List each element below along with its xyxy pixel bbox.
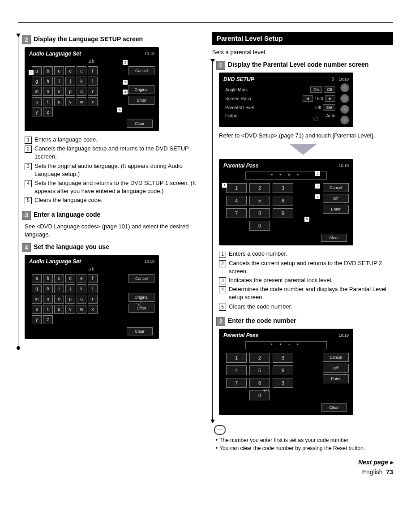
key-l[interactable]: l	[88, 77, 98, 86]
key-f[interactable]: f	[88, 66, 98, 75]
key-q[interactable]: q	[77, 87, 86, 96]
key-k-2[interactable]: k	[77, 284, 86, 293]
screen1-enter-button[interactable]: Enter	[128, 96, 154, 105]
key-p-2[interactable]: p	[65, 295, 75, 304]
key-d-2[interactable]: d	[65, 274, 75, 283]
screen2-original-button[interactable]: Original	[128, 293, 154, 302]
key-i-2[interactable]: i	[54, 284, 64, 293]
key-z-2[interactable]: z	[43, 315, 53, 324]
side-icon-3[interactable]	[340, 105, 349, 114]
screen2-cancel-button[interactable]: Cancel	[128, 274, 154, 283]
key-g[interactable]: g	[32, 77, 42, 86]
key-c-2[interactable]: c	[54, 274, 64, 283]
key-l-2[interactable]: l	[88, 284, 98, 293]
note-icon: ⋯	[214, 425, 226, 435]
pp2-key-2[interactable]: 2	[249, 353, 270, 363]
pp2-key-0[interactable]: 0	[249, 390, 270, 400]
key-a-2[interactable]: a	[32, 274, 42, 283]
pp1-clear-button[interactable]: Clear	[321, 234, 347, 242]
key-n-2[interactable]: n	[43, 295, 53, 304]
screen1-original-button[interactable]: Original	[128, 85, 154, 94]
pp1-key-0[interactable]: 0	[249, 221, 270, 231]
pp1-key-8[interactable]: 8	[249, 208, 270, 218]
pp1-key-3[interactable]: 3	[273, 183, 293, 193]
key-t[interactable]: t	[43, 97, 53, 106]
screen1-clear-button[interactable]: Clear	[127, 120, 153, 128]
screen1-cancel-button[interactable]: Cancel	[128, 66, 154, 75]
key-r[interactable]: r	[88, 87, 98, 96]
key-z[interactable]: z	[43, 107, 53, 116]
key-w[interactable]: w	[77, 97, 86, 106]
key-o[interactable]: o	[54, 87, 64, 96]
key-o-2[interactable]: o	[54, 295, 64, 304]
pp1-off-button[interactable]: Off	[323, 194, 349, 203]
pp2-key-4[interactable]: 4	[226, 365, 247, 375]
pp1-enter-button[interactable]: Enter	[323, 205, 349, 214]
key-m-2[interactable]: m	[32, 295, 42, 304]
key-r-2[interactable]: r	[88, 295, 98, 304]
key-e[interactable]: e	[77, 66, 86, 75]
screen2-enter-button[interactable]: Enter	[128, 304, 154, 313]
key-g-2[interactable]: g	[32, 284, 42, 293]
key-v[interactable]: v	[65, 97, 75, 106]
key-t-2[interactable]: t	[43, 305, 53, 314]
key-k[interactable]: k	[77, 77, 86, 86]
dvd-parental-set-button[interactable]: Set	[323, 104, 335, 111]
side-icon-1[interactable]	[340, 83, 349, 92]
pp1-key-4[interactable]: 4	[226, 196, 247, 206]
key-h[interactable]: h	[43, 77, 53, 86]
key-y-2[interactable]: y	[32, 315, 42, 324]
key-h-2[interactable]: h	[43, 284, 53, 293]
dvd-angle-on-button[interactable]: On	[310, 86, 322, 93]
key-u[interactable]: u	[54, 97, 64, 106]
screen1-title: Audio Language Set	[29, 51, 81, 57]
key-x-2[interactable]: x	[88, 305, 98, 314]
dvd-ratio-prev-button[interactable]: ◄	[303, 95, 313, 102]
pp1-key-5[interactable]: 5	[249, 196, 270, 206]
key-n[interactable]: n	[43, 87, 53, 96]
key-e-2[interactable]: e	[77, 274, 86, 283]
key-b-2[interactable]: b	[43, 274, 53, 283]
page-top-rule	[18, 22, 393, 23]
key-b[interactable]: b	[43, 66, 53, 75]
key-f-2[interactable]: f	[88, 274, 98, 283]
screen2-clear-button[interactable]: Clear	[127, 327, 153, 335]
pp2-clear-button[interactable]: Clear	[321, 403, 347, 412]
dvd-ratio-next-button[interactable]: ►	[325, 95, 335, 102]
pp1-key-1[interactable]: 1	[226, 183, 247, 193]
key-q-2[interactable]: q	[77, 295, 86, 304]
key-c[interactable]: c	[54, 66, 64, 75]
key-p[interactable]: p	[65, 87, 75, 96]
callout-marker-3: 3	[122, 79, 128, 85]
pp1-key-2[interactable]: 2	[249, 183, 270, 193]
key-u-2[interactable]: u	[54, 305, 64, 314]
pp2-enter-button[interactable]: Enter	[323, 374, 349, 383]
key-j-2[interactable]: j	[65, 284, 75, 293]
pp2-key-7[interactable]: 7	[226, 378, 247, 388]
key-v-2[interactable]: v	[65, 305, 75, 314]
pp2-key-9[interactable]: 9	[273, 378, 293, 388]
pp2-key-1[interactable]: 1	[226, 353, 247, 363]
key-s[interactable]: s	[32, 97, 42, 106]
pp1-key-6[interactable]: 6	[273, 196, 293, 206]
pp2-cancel-button[interactable]: Cancel	[323, 353, 349, 362]
pp2-key-6[interactable]: 6	[273, 365, 293, 375]
key-s-2[interactable]: s	[32, 305, 42, 314]
key-i[interactable]: i	[54, 77, 64, 86]
pp2-off-button[interactable]: Off	[323, 364, 349, 373]
pp2-key-3[interactable]: 3	[273, 353, 293, 363]
pp1-key-9[interactable]: 9	[273, 208, 293, 218]
pp1-key-7[interactable]: 7	[226, 208, 247, 218]
key-w-2[interactable]: w	[77, 305, 86, 314]
key-x[interactable]: x	[88, 97, 98, 106]
side-icon-2[interactable]	[340, 94, 349, 103]
dvd-angle-off-button[interactable]: Off	[324, 86, 335, 93]
pp1-cancel-button[interactable]: Cancel	[323, 183, 349, 192]
pp2-key-5[interactable]: 5	[249, 365, 270, 375]
pp2-key-8[interactable]: 8	[249, 378, 270, 388]
key-d[interactable]: d	[65, 66, 75, 75]
key-j[interactable]: j	[65, 77, 75, 86]
key-m[interactable]: m	[32, 87, 42, 96]
key-y[interactable]: y	[32, 107, 42, 116]
side-icon-4[interactable]	[340, 116, 349, 124]
